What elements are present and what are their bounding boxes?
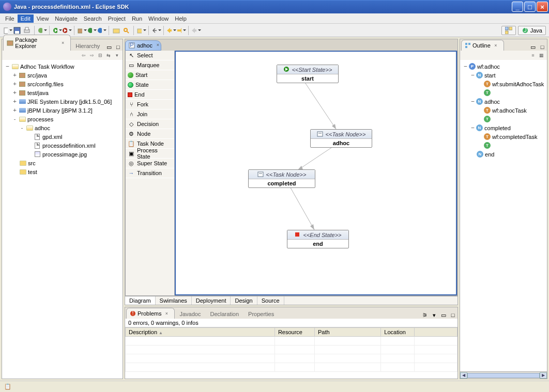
back-button[interactable] — [192, 26, 200, 35]
back-nav-button[interactable] — [167, 26, 175, 35]
tree-item[interactable]: processes — [27, 116, 53, 122]
maximize-view-button[interactable]: □ — [115, 43, 121, 51]
palette-start[interactable]: Start — [126, 70, 174, 80]
diagram-canvas[interactable]: <<Start State>> start <<Task Node>> adho… — [175, 51, 457, 295]
outline-scrollbar[interactable]: ◀ ▶ — [460, 371, 547, 379]
palette-processstate[interactable]: ▣Process State — [126, 149, 174, 159]
menu-project[interactable]: Project — [105, 14, 129, 23]
tab-swimlanes[interactable]: Swimlanes — [156, 296, 192, 305]
java-perspective-button[interactable]: J Java — [518, 26, 546, 35]
palette-fork[interactable]: ⑂Fork — [126, 100, 174, 109]
outline-tree[interactable]: −P wf:adhoc −N start T wf:submitAdhocTas… — [460, 60, 547, 161]
menu-help[interactable]: Help — [172, 14, 190, 23]
view-menu-button[interactable]: ▾ — [113, 52, 120, 59]
tree-item[interactable]: adhoc — [35, 125, 50, 131]
menu-search[interactable]: Search — [81, 14, 105, 23]
col-resource[interactable]: Resource — [274, 328, 314, 337]
tab-hierarchy[interactable]: Hierarchy — [72, 41, 104, 51]
tab-package-explorer[interactable]: Package Explorer × — [3, 35, 71, 51]
tree-item[interactable]: processdefinition.xml — [42, 143, 96, 149]
palette-select[interactable]: ↖Select — [126, 51, 174, 60]
link-editor-button[interactable]: ⇆ — [105, 52, 112, 59]
tree-item[interactable]: processimage.jpg — [42, 151, 87, 158]
annotation-nav-button[interactable] — [137, 26, 145, 35]
forward-button[interactable]: ⇨ — [88, 52, 96, 59]
outline-item[interactable]: wf:submitAdhocTask — [492, 81, 544, 87]
tree-item[interactable]: jBPM Library [jBPM 3.1.2] — [27, 107, 93, 114]
minimize-view-button[interactable]: ▭ — [105, 43, 112, 51]
close-button[interactable]: × — [537, 2, 548, 12]
scroll-right-button[interactable]: ▶ — [540, 372, 547, 379]
palette-transition[interactable]: →Transition — [126, 168, 174, 178]
node-adhoc[interactable]: <<Task Node>> adhoc — [310, 129, 372, 148]
palette-join[interactable]: ⑃Join — [126, 109, 174, 119]
problems-table[interactable]: Description ▲ Resource Path Location — [125, 327, 457, 372]
node-completed[interactable]: <<Task Node>> completed — [248, 169, 315, 188]
palette-superstate[interactable]: ◎Super State — [126, 159, 174, 168]
open-perspective-button[interactable] — [501, 26, 516, 35]
outline-item[interactable]: wf:adhocTask — [492, 107, 527, 114]
run-ext-button[interactable] — [63, 26, 71, 35]
maximize-view-button[interactable]: □ — [449, 311, 456, 319]
tree-item[interactable]: JRE System Library [jdk1.5.0_06] — [27, 99, 112, 105]
node-end[interactable]: <<End State>> end — [287, 230, 349, 248]
tree-project[interactable]: Adhoc Task Workflow — [20, 64, 74, 70]
tab-properties[interactable]: Properties — [245, 309, 279, 319]
maximize-view-button[interactable]: □ — [539, 43, 546, 51]
filter-button[interactable]: ⚞ — [421, 311, 429, 319]
editor-tab-adhoc[interactable]: P adhoc × — [125, 40, 161, 51]
scroll-thumb[interactable] — [467, 373, 540, 378]
col-extra[interactable] — [414, 328, 457, 337]
palette-state[interactable]: State — [126, 80, 174, 90]
close-icon[interactable]: × — [157, 42, 159, 48]
view-menu-button[interactable]: ▾ — [431, 311, 438, 319]
palette-node[interactable]: ⚙Node — [126, 129, 174, 139]
outline-item[interactable]: wf:adhoc — [477, 64, 500, 70]
outline-item[interactable]: end — [485, 151, 494, 158]
tab-design[interactable]: Design — [231, 296, 257, 305]
menu-edit[interactable]: Edit — [18, 14, 34, 23]
tab-outline[interactable]: Outline × — [461, 40, 504, 51]
new-button[interactable] — [3, 26, 11, 35]
tab-diagram[interactable]: Diagram — [125, 296, 156, 305]
back-button[interactable]: ⇦ — [80, 52, 87, 59]
tree-item[interactable]: test — [28, 169, 37, 175]
tab-declaration[interactable]: Declaration — [206, 309, 243, 319]
menu-view[interactable]: View — [34, 14, 52, 23]
outline-item[interactable]: adhoc — [484, 99, 500, 105]
outline-item[interactable]: start — [484, 72, 495, 79]
menu-navigate[interactable]: Navigate — [52, 14, 80, 23]
tab-problems[interactable]: ! Problems × — [126, 308, 175, 319]
col-location[interactable]: Location — [381, 328, 414, 337]
col-path[interactable]: Path — [314, 328, 380, 337]
outline-item[interactable]: completed — [484, 125, 511, 131]
col-description[interactable]: Description ▲ — [126, 328, 275, 337]
outline-item[interactable]: wf:completedTask — [492, 134, 537, 140]
tab-deployment[interactable]: Deployment — [192, 296, 231, 305]
tab-source[interactable]: Source — [257, 296, 284, 305]
last-edit-button[interactable] — [152, 26, 160, 35]
new-type-button[interactable] — [97, 26, 105, 35]
new-package-button[interactable] — [78, 26, 86, 35]
new-class-button[interactable] — [87, 26, 96, 35]
open-type-button[interactable] — [112, 26, 120, 35]
tab-close-icon[interactable]: × — [163, 310, 170, 317]
tree-item[interactable]: src/java — [27, 72, 47, 79]
tree-item[interactable]: src — [28, 160, 36, 166]
menu-window[interactable]: Window — [145, 14, 172, 23]
save-button[interactable] — [13, 26, 21, 35]
minimize-view-button[interactable]: ▭ — [529, 43, 537, 51]
minimize-view-button[interactable]: ▭ — [440, 311, 447, 319]
minimize-button[interactable]: _ — [512, 2, 523, 12]
tree-item[interactable]: gpd.xml — [42, 134, 63, 140]
tree-item[interactable]: src/config.files — [27, 81, 64, 87]
tab-close-icon[interactable]: × — [59, 39, 66, 46]
print-button[interactable] — [23, 26, 31, 35]
palette-end[interactable]: End — [126, 90, 174, 100]
outline-overview-mode[interactable]: ▦ — [538, 52, 545, 59]
tab-close-icon[interactable]: × — [492, 42, 499, 49]
maximize-button[interactable]: □ — [524, 2, 536, 12]
tab-javadoc[interactable]: Javadoc — [176, 309, 205, 319]
search-button[interactable] — [122, 26, 130, 35]
palette-marquee[interactable]: ▭Marquee — [126, 60, 174, 70]
